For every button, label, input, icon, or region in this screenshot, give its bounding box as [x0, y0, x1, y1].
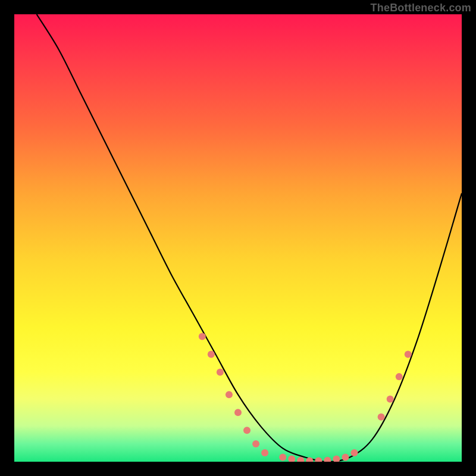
highlight-dot	[288, 455, 295, 462]
highlight-dot	[234, 409, 242, 416]
highlight-dot	[315, 457, 322, 462]
highlight-dot	[226, 391, 233, 398]
highlight-dot	[324, 457, 331, 462]
highlight-dot	[351, 449, 358, 456]
highlight-dot	[279, 453, 286, 461]
highlight-dot	[217, 369, 224, 376]
highlight-dot	[342, 453, 349, 461]
highlight-dot	[208, 351, 215, 358]
highlight-dot	[199, 333, 206, 340]
highlight-dot	[333, 455, 340, 462]
watermark-text: TheBottleneck.com	[371, 2, 471, 14]
highlight-dot	[243, 427, 250, 434]
highlight-dot	[405, 351, 412, 358]
highlight-dot	[297, 457, 304, 462]
highlight-dot	[261, 449, 268, 456]
highlight-dots-group	[199, 333, 412, 462]
bottleneck-chart	[14, 14, 462, 462]
highlight-dot	[378, 414, 385, 421]
highlight-dot	[396, 373, 403, 380]
highlight-dot	[252, 440, 259, 447]
chart-frame	[14, 14, 462, 462]
bottleneck-curve-path	[37, 14, 462, 462]
highlight-dot	[387, 396, 394, 403]
